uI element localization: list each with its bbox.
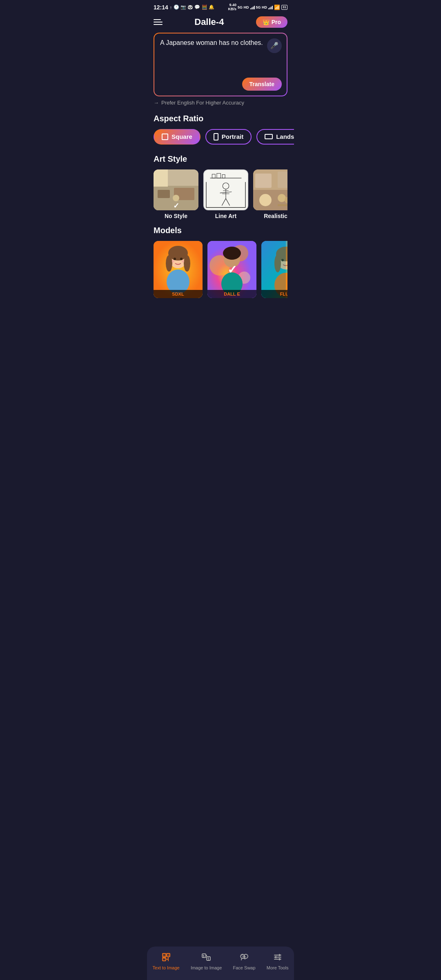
aspect-ratio-options: Square Portrait Landscape	[154, 129, 287, 145]
svg-text:✓: ✓	[173, 202, 179, 210]
status-time: 12:14	[154, 4, 168, 11]
arrow-icon: →	[154, 100, 159, 106]
svg-point-44	[223, 247, 241, 260]
svg-rect-55	[261, 241, 286, 298]
mic-button[interactable]: 🎤	[267, 38, 282, 53]
style-line-art-label: Line Art	[203, 213, 248, 219]
style-realistic-label: Realistic	[253, 213, 287, 219]
model-flux-img: FLUX	[261, 241, 287, 298]
model-dalle-img: ✓ DALL E	[207, 241, 256, 298]
svg-rect-23	[255, 174, 272, 188]
wifi-icon: 📶	[274, 4, 280, 10]
status-icons: 🕐 📷 🐼 💬 🧮 🔔	[174, 4, 214, 10]
landscape-icon	[265, 134, 273, 139]
aspect-portrait-button[interactable]: Portrait	[205, 129, 252, 145]
svg-rect-13	[222, 174, 225, 178]
svg-point-36	[180, 258, 183, 260]
menu-button[interactable]	[154, 19, 163, 25]
style-line-art[interactable]: Line Art	[203, 169, 248, 219]
model-dalle-badge: DALL E	[207, 290, 256, 298]
art-style-section: Art Style ✓ No Style	[154, 154, 287, 221]
header: Dalle-4 👑 Pro	[147, 13, 294, 33]
art-style-title: Art Style	[154, 154, 287, 164]
signal-bars-1	[250, 5, 255, 9]
battery-icon: 31	[281, 5, 287, 10]
svg-point-37	[172, 260, 174, 263]
network-speed: 9.40KB/s	[228, 3, 237, 11]
signal-bars-2	[268, 5, 273, 9]
svg-point-35	[174, 258, 176, 260]
models-scroll: SDXL	[154, 241, 287, 300]
status-bar: 12:14 ↑ 🕐 📷 🐼 💬 🧮 🔔 9.40KB/s 5G HD 5G HD…	[147, 0, 294, 13]
svg-rect-2	[158, 190, 170, 198]
mic-icon: 🎤	[270, 42, 278, 49]
signal-5g-2: 5G HD	[256, 5, 267, 9]
svg-rect-24	[278, 172, 287, 188]
style-no-style[interactable]: ✓ No Style	[154, 169, 198, 219]
svg-rect-56	[286, 241, 287, 298]
style-no-style-label: No Style	[154, 213, 198, 219]
crown-icon: 👑	[263, 19, 270, 25]
aspect-landscape-button[interactable]: Landscape	[256, 129, 294, 145]
status-left: 12:14 ↑ 🕐 📷 🐼 💬 🧮 🔔	[154, 4, 214, 11]
style-realistic-img	[253, 169, 287, 210]
portrait-icon	[214, 133, 218, 140]
svg-rect-5	[154, 169, 168, 187]
svg-point-4	[173, 195, 179, 201]
svg-rect-28	[278, 204, 287, 206]
model-sdxl-img: SDXL	[154, 241, 203, 298]
model-flux-badge: FLUX	[261, 290, 287, 298]
svg-rect-12	[217, 173, 221, 178]
art-style-scroll: ✓ No Style	[154, 169, 287, 221]
svg-point-14	[223, 183, 229, 189]
aspect-ratio-title: Aspect Ratio	[154, 114, 287, 123]
aspect-square-button[interactable]: Square	[154, 129, 200, 145]
style-line-art-img	[203, 169, 248, 210]
svg-point-33	[166, 255, 172, 272]
svg-line-17	[222, 198, 226, 205]
models-title: Models	[154, 226, 287, 235]
status-right: 9.40KB/s 5G HD 5G HD 📶 31	[228, 3, 287, 11]
model-sdxl-badge: SDXL	[154, 290, 203, 298]
svg-point-26	[278, 194, 286, 202]
main-content: A Japanese woman has no clothes. 🎤 Trans…	[147, 33, 294, 300]
signal-5g-1: 5G HD	[238, 5, 249, 9]
model-dalle[interactable]: ✓ DALL E	[207, 241, 256, 298]
models-section: Models	[154, 226, 287, 300]
hint-text: Prefer English For Higher Accuracy	[161, 100, 244, 106]
style-no-style-img: ✓	[154, 169, 198, 210]
hint-row: → Prefer English For Higher Accuracy	[154, 100, 287, 106]
style-realistic[interactable]: Realistic	[253, 169, 287, 219]
app-title: Dalle-4	[194, 17, 224, 27]
translate-button[interactable]: Translate	[242, 78, 282, 91]
model-sdxl[interactable]: SDXL	[154, 241, 203, 298]
pro-badge-button[interactable]: 👑 Pro	[256, 16, 287, 28]
model-flux[interactable]: FLUX	[261, 241, 287, 298]
svg-rect-11	[212, 174, 215, 178]
svg-point-34	[184, 255, 190, 272]
svg-line-18	[226, 198, 230, 205]
svg-point-25	[259, 194, 272, 206]
upload-icon: ↑	[170, 5, 172, 10]
prompt-area: A Japanese woman has no clothes. 🎤 Trans…	[154, 33, 287, 96]
aspect-ratio-section: Aspect Ratio Square Portrait Landscape	[154, 114, 287, 145]
svg-point-38	[182, 260, 184, 263]
svg-text:✓: ✓	[227, 263, 237, 276]
square-icon	[162, 134, 168, 140]
